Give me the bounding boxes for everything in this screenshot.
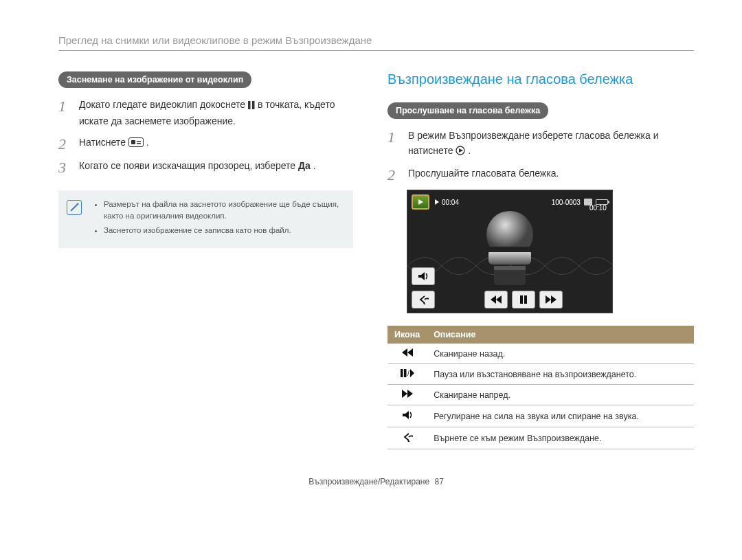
svg-marker-28 bbox=[410, 369, 414, 377]
svg-marker-17 bbox=[491, 295, 496, 304]
pause-icon bbox=[248, 99, 255, 114]
svg-marker-30 bbox=[407, 390, 413, 398]
note-icon bbox=[67, 200, 82, 215]
back-button[interactable] bbox=[412, 291, 435, 309]
back-icon bbox=[387, 427, 427, 449]
svg-rect-15 bbox=[494, 266, 526, 270]
page-number: 87 bbox=[434, 477, 443, 486]
table-header-desc: Описание bbox=[427, 326, 694, 344]
svg-marker-8 bbox=[459, 148, 463, 153]
table-desc: Върнете се към режим Възпроизвеждане. bbox=[427, 427, 694, 449]
rewind-icon bbox=[387, 344, 427, 364]
step-text: . bbox=[313, 160, 316, 171]
voice-memo-player: 00:04 100-0003 00:10 bbox=[407, 190, 613, 313]
pause-play-icon: / bbox=[387, 364, 427, 385]
svg-rect-1 bbox=[252, 101, 255, 109]
table-desc: Сканиране назад. bbox=[427, 344, 694, 364]
playing-indicator-icon bbox=[435, 199, 439, 205]
svg-rect-25 bbox=[401, 369, 403, 377]
step-bold: Да bbox=[298, 160, 311, 171]
footer-section: Възпроизвеждане/Редактиране bbox=[308, 477, 429, 486]
capture-button-icon bbox=[128, 137, 144, 152]
svg-marker-31 bbox=[403, 411, 409, 419]
svg-marker-23 bbox=[402, 348, 407, 357]
step-text: . bbox=[468, 145, 471, 156]
left-column: Заснемане на изображение от видеоклип До… bbox=[58, 71, 353, 449]
svg-marker-29 bbox=[402, 390, 407, 398]
table-row: Сканиране напред. bbox=[387, 385, 694, 405]
svg-rect-4 bbox=[137, 141, 141, 142]
file-number: 100-0003 bbox=[552, 199, 581, 206]
note-item: Размерът на файла на заснетото изображен… bbox=[104, 199, 344, 223]
step-text: Докато гледате видеоклип докоснете bbox=[79, 99, 248, 110]
table-desc: Пауза или възстановяване на възпроизвежд… bbox=[427, 364, 694, 385]
play-circle-icon bbox=[456, 145, 465, 160]
svg-rect-5 bbox=[137, 143, 141, 144]
svg-marker-16 bbox=[418, 272, 425, 280]
svg-rect-0 bbox=[248, 101, 251, 109]
svg-marker-22 bbox=[551, 295, 556, 304]
svg-text:/: / bbox=[407, 370, 409, 377]
svg-rect-3 bbox=[131, 140, 135, 144]
svg-marker-24 bbox=[407, 348, 413, 357]
step-text: Когато се появи изскачащия прозорец, изб… bbox=[79, 160, 298, 171]
listen-steps: В режим Възпроизвеждане изберете гласова… bbox=[387, 128, 694, 181]
step-text: . bbox=[146, 137, 149, 148]
note-box: Размерът на файла на заснетото изображен… bbox=[58, 190, 353, 248]
step-item: Натиснете . bbox=[58, 135, 353, 152]
step-item: Докато гледате видеоклип докоснете в точ… bbox=[58, 98, 353, 128]
page-footer: Възпроизвеждане/Редактиране 87 bbox=[58, 477, 694, 486]
right-heading: Възпроизвеждане на гласова бележка bbox=[387, 71, 694, 87]
step-item: Когато се появи изскачащия прозорец, изб… bbox=[58, 159, 353, 174]
svg-marker-9 bbox=[418, 199, 423, 205]
section-pill-listen: Прослушване на гласова бележка bbox=[387, 102, 548, 119]
svg-rect-2 bbox=[128, 138, 143, 147]
play-thumbnail-icon[interactable] bbox=[412, 194, 429, 210]
pause-button[interactable] bbox=[512, 291, 535, 309]
microphone-icon bbox=[480, 208, 539, 291]
elapsed-time: 00:04 bbox=[442, 199, 459, 206]
step-item: В режим Възпроизвеждане изберете гласова… bbox=[387, 128, 694, 159]
table-desc: Сканиране напред. bbox=[427, 385, 694, 405]
right-column: Възпроизвеждане на гласова бележка Просл… bbox=[387, 71, 694, 449]
step-text: Натиснете bbox=[79, 137, 128, 148]
table-row: / Пауза или възстановяване на възпроизве… bbox=[387, 364, 694, 385]
svg-point-6 bbox=[77, 203, 79, 205]
capture-steps: Докато гледате видеоклип докоснете в точ… bbox=[58, 98, 353, 174]
rewind-button[interactable] bbox=[484, 291, 508, 309]
table-row: Сканиране назад. bbox=[387, 344, 694, 364]
table-row: Върнете се към режим Възпроизвеждане. bbox=[387, 427, 694, 449]
forward-icon bbox=[387, 385, 427, 405]
page-title: Преглед на снимки или видеоклипове в реж… bbox=[58, 34, 694, 51]
svg-marker-18 bbox=[496, 295, 502, 304]
svg-marker-10 bbox=[435, 199, 439, 205]
svg-rect-20 bbox=[524, 295, 527, 304]
svg-rect-19 bbox=[520, 295, 523, 304]
total-time: 00:10 bbox=[589, 204, 607, 212]
volume-icon bbox=[387, 405, 427, 427]
svg-marker-21 bbox=[546, 295, 551, 304]
section-pill-capture: Заснемане на изображение от видеоклип bbox=[58, 71, 251, 88]
step-text: Прослушайте гласовата бележка. bbox=[408, 168, 559, 179]
svg-rect-26 bbox=[404, 369, 407, 377]
svg-rect-13 bbox=[486, 247, 533, 252]
note-item: Заснетото изображение се записва като но… bbox=[104, 225, 344, 236]
volume-button[interactable] bbox=[412, 267, 435, 285]
step-text: В режим Възпроизвеждане изберете гласова… bbox=[408, 130, 659, 156]
forward-button[interactable] bbox=[539, 291, 563, 309]
step-item: Прослушайте гласовата бележка. bbox=[387, 166, 694, 181]
table-desc: Регулиране на сила на звука или спиране … bbox=[427, 405, 694, 427]
icon-description-table: Икона Описание Сканиране назад. / Пауза … bbox=[387, 326, 694, 449]
table-row: Регулиране на сила на звука или спиране … bbox=[387, 405, 694, 427]
table-header-icon: Икона bbox=[387, 326, 427, 344]
